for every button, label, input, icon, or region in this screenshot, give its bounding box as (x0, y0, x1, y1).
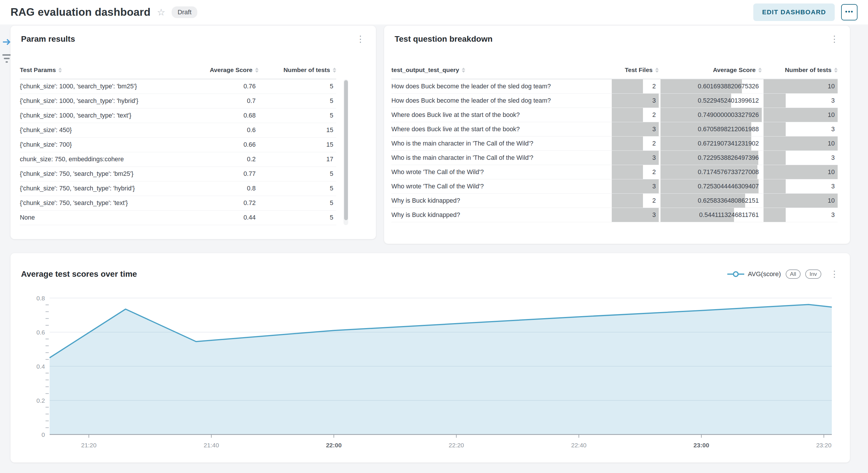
table-row[interactable]: Why is Buck kidnapped?20.625833648086215… (392, 194, 838, 208)
cell-number-of-tests[interactable]: 5 (258, 196, 336, 210)
column-header[interactable]: Average Score (179, 66, 258, 73)
cell-number-of-tests[interactable]: 10 (762, 108, 838, 122)
cell-query[interactable]: Why is Buck kidnapped? (392, 208, 610, 222)
table-row[interactable]: {'chunk_size': 1000, 'search_type': 'hyb… (20, 94, 336, 108)
table-row[interactable]: Who is the main character in 'The Call o… (392, 136, 838, 151)
cell-test-files[interactable]: 2 (610, 194, 659, 208)
cell-average-score[interactable]: 0.76 (179, 79, 258, 94)
table-row[interactable]: {'chunk_size': 750, 'search_type': 'bm25… (20, 167, 336, 181)
cell-test-params[interactable]: {'chunk_size': 700} (20, 138, 179, 152)
cell-average-score[interactable]: 0.7253044446309407 (659, 179, 762, 193)
cell-number-of-tests[interactable]: 5 (258, 181, 336, 196)
table-row[interactable]: chunk_size: 750, embeddings:cohere0.217 (20, 152, 336, 167)
column-header[interactable]: Test Files (610, 66, 659, 73)
cell-query[interactable]: Who wrote 'The Call of the Wild'? (392, 179, 610, 193)
table-row[interactable]: How does Buck become the leader of the s… (392, 94, 838, 108)
cell-average-score[interactable]: 0.6721907341231902 (659, 136, 762, 150)
cell-test-files[interactable]: 3 (610, 94, 659, 108)
cell-query[interactable]: Where does Buck live at the start of the… (392, 108, 610, 122)
cell-test-files[interactable]: 2 (610, 136, 659, 150)
cell-average-score[interactable]: 0.5441113246811761 (659, 208, 762, 222)
cell-test-files[interactable]: 2 (610, 165, 659, 179)
legend-toggle-inv[interactable]: Inv (805, 269, 821, 279)
cell-query[interactable]: Who is the main character in 'The Call o… (392, 136, 610, 150)
column-header[interactable]: Test Params (20, 66, 179, 73)
card-menu-icon[interactable]: ⋮ (829, 35, 840, 43)
cell-average-score[interactable]: 0.68 (179, 108, 258, 123)
cell-average-score[interactable]: 0.7229538826497396 (659, 151, 762, 165)
cell-query[interactable]: Where does Buck live at the start of the… (392, 122, 610, 136)
cell-query[interactable]: Who wrote 'The Call of the Wild'? (392, 165, 610, 179)
cell-test-files[interactable]: 3 (610, 179, 659, 193)
cell-average-score[interactable]: 0.72 (179, 196, 258, 210)
cell-average-score[interactable]: 0.77 (179, 167, 258, 181)
cell-query[interactable]: Why is Buck kidnapped? (392, 194, 610, 208)
column-header[interactable]: Average Score (659, 66, 762, 73)
sort-icon[interactable] (655, 68, 659, 73)
sort-icon[interactable] (255, 68, 258, 73)
sort-icon[interactable] (834, 68, 838, 73)
cell-query[interactable]: How does Buck become the leader of the s… (392, 94, 610, 108)
table-row[interactable]: {'chunk_size': 750, 'search_type': 'hybr… (20, 181, 336, 196)
cell-test-files[interactable]: 3 (610, 122, 659, 136)
cell-average-score[interactable]: 0.7174576733727008 (659, 165, 762, 179)
cell-test-files[interactable]: 2 (610, 79, 659, 93)
cell-number-of-tests[interactable]: 5 (258, 108, 336, 123)
table-row[interactable]: Where does Buck live at the start of the… (392, 122, 838, 136)
cell-test-files[interactable]: 3 (610, 208, 659, 222)
table-row[interactable]: Where does Buck live at the start of the… (392, 108, 838, 122)
table-row[interactable]: Why is Buck kidnapped?30.544111324681176… (392, 208, 838, 222)
cell-test-params[interactable]: {'chunk_size': 750, 'search_type': 'hybr… (20, 181, 179, 196)
sort-icon[interactable] (758, 68, 762, 73)
cell-test-params[interactable]: {'chunk_size': 750, 'search_type': 'text… (20, 196, 179, 210)
cell-number-of-tests[interactable]: 15 (258, 123, 336, 137)
cell-test-files[interactable]: 2 (610, 108, 659, 122)
cell-average-score[interactable]: 0.7490000003327926 (659, 108, 762, 122)
table-row[interactable]: Who wrote 'The Call of the Wild'?30.7253… (392, 179, 838, 194)
cell-number-of-tests[interactable]: 10 (762, 79, 838, 93)
cell-test-params[interactable]: None (20, 210, 179, 225)
cell-number-of-tests[interactable]: 5 (258, 79, 336, 94)
cell-number-of-tests[interactable]: 3 (762, 94, 838, 108)
more-options-button[interactable]: ••• (841, 4, 858, 21)
column-header[interactable]: Number of tests (258, 66, 336, 73)
cell-test-params[interactable]: {'chunk_size': 450} (20, 123, 179, 137)
sort-icon[interactable] (333, 68, 336, 73)
sort-icon[interactable] (58, 68, 62, 73)
cell-average-score[interactable]: 0.7 (179, 94, 258, 108)
cell-average-score[interactable]: 0.5229452401399612 (659, 94, 762, 108)
scrollbar-thumb[interactable] (344, 80, 348, 220)
cell-number-of-tests[interactable]: 3 (762, 208, 838, 222)
table-row[interactable]: How does Buck become the leader of the s… (392, 79, 838, 94)
cell-test-params[interactable]: {'chunk_size': 1000, 'search_type': 'bm2… (20, 79, 179, 94)
cell-number-of-tests[interactable]: 15 (258, 138, 336, 152)
sort-icon[interactable] (462, 68, 465, 73)
cell-number-of-tests[interactable]: 3 (762, 151, 838, 165)
favorite-star-icon[interactable]: ☆ (157, 7, 165, 18)
table-row[interactable]: Who wrote 'The Call of the Wild'?20.7174… (392, 165, 838, 179)
cell-average-score[interactable]: 0.66 (179, 138, 258, 152)
table-row[interactable]: {'chunk_size': 700}0.6615 (20, 138, 336, 152)
table-row[interactable]: {'chunk_size': 450}0.615 (20, 123, 336, 138)
cell-number-of-tests[interactable]: 5 (258, 167, 336, 181)
cell-average-score[interactable]: 0.8 (179, 181, 258, 196)
cell-number-of-tests[interactable]: 3 (762, 179, 838, 193)
cell-average-score[interactable]: 0.2 (179, 152, 258, 167)
cell-average-score[interactable]: 0.6705898212061988 (659, 122, 762, 136)
cell-test-params[interactable]: chunk_size: 750, embeddings:cohere (20, 152, 179, 167)
cell-test-params[interactable]: {'chunk_size': 1000, 'search_type': 'hyb… (20, 94, 179, 108)
cell-query[interactable]: How does Buck become the leader of the s… (392, 79, 610, 93)
cell-number-of-tests[interactable]: 5 (258, 94, 336, 108)
cell-average-score[interactable]: 0.6258336480862151 (659, 194, 762, 208)
cell-number-of-tests[interactable]: 10 (762, 194, 838, 208)
table-row[interactable]: Who is the main character in 'The Call o… (392, 151, 838, 165)
cell-number-of-tests[interactable]: 10 (762, 165, 838, 179)
cell-query[interactable]: Who is the main character in 'The Call o… (392, 151, 610, 165)
card-menu-icon[interactable]: ⋮ (829, 270, 840, 278)
table-row[interactable]: {'chunk_size': 750, 'search_type': 'text… (20, 196, 336, 210)
legend-toggle-all[interactable]: All (786, 269, 801, 279)
column-header[interactable]: Number of tests (762, 66, 838, 73)
column-header[interactable]: test_output_test_query (392, 66, 610, 73)
cell-test-params[interactable]: {'chunk_size': 750, 'search_type': 'bm25… (20, 167, 179, 181)
table-row[interactable]: {'chunk_size': 1000, 'search_type': 'bm2… (20, 79, 336, 94)
